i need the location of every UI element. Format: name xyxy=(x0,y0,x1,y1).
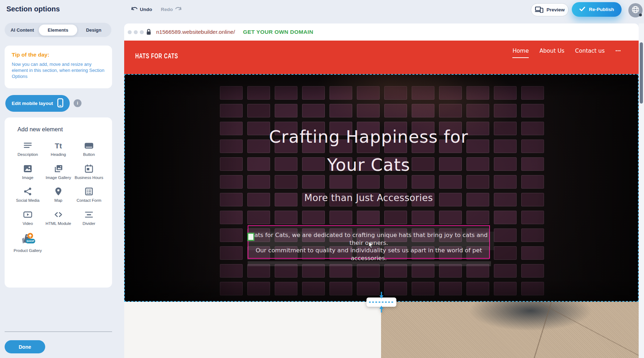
wall-tile xyxy=(220,228,243,242)
wall-tile xyxy=(494,246,517,260)
wall-tile xyxy=(466,104,489,117)
wall-tile xyxy=(412,104,434,117)
wall-tile xyxy=(329,104,352,117)
element-label: Map xyxy=(54,198,62,203)
wall-tile xyxy=(275,282,297,295)
done-button[interactable]: Done xyxy=(5,340,45,353)
browser-chrome: n1566589.websitebuilder.online/ GET YOUR… xyxy=(124,23,639,41)
redo-button[interactable]: Redo xyxy=(161,6,182,12)
address-bar-url[interactable]: n1566589.websitebuilder.online/ xyxy=(156,23,235,41)
wall-tile xyxy=(494,86,517,100)
site-header: HATS FOR CATS Home About Us Contact us ⋯ xyxy=(124,41,639,74)
wall-tile xyxy=(494,264,517,278)
get-your-own-domain-link[interactable]: GET YOUR OWN DOMAIN xyxy=(243,23,313,41)
wall-tile xyxy=(329,175,352,189)
tab-design[interactable]: Design xyxy=(77,25,110,36)
wall-tile xyxy=(302,104,325,117)
phone-icon xyxy=(57,98,63,109)
wall-tile xyxy=(384,104,407,117)
tip-of-the-day-card: Tip of the day: Now you can add, move an… xyxy=(5,46,112,88)
element-product-gallery[interactable]: SHOP Product Gallery xyxy=(13,232,42,253)
element-label: Divider xyxy=(83,221,95,226)
element-button[interactable]: Button xyxy=(74,140,104,157)
element-label: Description xyxy=(17,152,38,157)
site-nav: Home About Us Contact us ⋯ xyxy=(512,48,622,58)
divider-icon xyxy=(84,209,94,219)
republish-button[interactable]: Re-Publish xyxy=(572,2,622,17)
wall-tile xyxy=(247,282,270,295)
wall-tile xyxy=(521,175,544,189)
tip-body: Now you can add, move and resize any ele… xyxy=(12,61,105,79)
page-title: Section options xyxy=(6,5,60,13)
element-image[interactable]: Image xyxy=(13,163,42,180)
add-new-element-panel: Add new element Description Tt Heading B… xyxy=(5,117,112,288)
wall-tile xyxy=(494,175,517,189)
nav-more-icon[interactable]: ⋯ xyxy=(616,48,622,58)
browser-dot xyxy=(128,30,132,34)
element-label: Contact Form xyxy=(76,198,101,203)
resize-handle-left[interactable] xyxy=(247,233,254,241)
wall-tile xyxy=(220,211,243,224)
wall-tile xyxy=(439,282,462,295)
text-lines-icon xyxy=(23,140,32,150)
element-map[interactable]: Map xyxy=(44,186,73,203)
element-heading[interactable]: Tt Heading xyxy=(44,140,73,157)
hero-heading-line1: Crafting Happiness for xyxy=(125,127,612,147)
undo-button[interactable]: Undo xyxy=(131,6,152,12)
site-logo[interactable]: HATS FOR CATS xyxy=(135,52,178,60)
redo-icon xyxy=(175,6,182,12)
wall-tile xyxy=(329,211,352,224)
preview-button[interactable]: Preview xyxy=(531,3,569,16)
element-divider[interactable]: Divider xyxy=(74,209,104,226)
info-icon: i xyxy=(77,101,78,106)
element-social-media[interactable]: Social Media xyxy=(13,186,42,203)
image-icon xyxy=(23,163,32,173)
wall-tile xyxy=(302,211,325,224)
element-label: Product Gallery xyxy=(14,248,42,253)
wall-tile xyxy=(494,211,517,224)
section-resize-handle[interactable] xyxy=(364,291,399,313)
element-description[interactable]: Description xyxy=(13,140,42,157)
wall-tile xyxy=(302,175,325,189)
element-video[interactable]: Video xyxy=(13,209,42,226)
tab-elements[interactable]: Elements xyxy=(39,25,77,36)
element-html-module[interactable]: HTML Module xyxy=(44,209,73,226)
nav-contact-us[interactable]: Contact us xyxy=(575,48,605,58)
wall-tile xyxy=(521,211,544,224)
wall-tile xyxy=(329,86,352,100)
language-globe-button[interactable] xyxy=(628,3,643,17)
element-contact-form[interactable]: Contact Form xyxy=(74,186,104,203)
element-business-hours[interactable]: Business Hours xyxy=(74,163,104,180)
element-label: Social Media xyxy=(16,198,39,203)
wall-tile xyxy=(357,175,380,189)
wall-tile xyxy=(439,211,462,224)
preview-label: Preview xyxy=(547,7,565,12)
wall-tile xyxy=(466,211,489,224)
wall-tile xyxy=(384,86,407,100)
wall-tile xyxy=(220,175,243,189)
wall-tile xyxy=(275,86,297,100)
wall-tile xyxy=(220,104,243,117)
wall-tile xyxy=(275,211,297,224)
scrollbar-thumb[interactable] xyxy=(640,42,643,104)
wall-tile xyxy=(412,175,434,189)
wall-tile xyxy=(247,175,270,189)
nav-home[interactable]: Home xyxy=(512,48,529,58)
wall-tile xyxy=(521,264,544,278)
tab-ai-content[interactable]: AI Content xyxy=(6,25,39,36)
element-image-gallery[interactable]: Image Gallery xyxy=(44,163,73,180)
floor-photo-image xyxy=(381,302,639,358)
nav-about-us[interactable]: About Us xyxy=(539,48,564,58)
wall-tile xyxy=(302,86,325,100)
wall-tile xyxy=(220,282,243,295)
hero-section-selected[interactable]: Crafting Happiness for Your Cats More th… xyxy=(124,74,639,302)
wall-tile xyxy=(275,175,297,189)
calendar-icon xyxy=(84,163,94,173)
check-icon xyxy=(579,6,585,12)
wall-tile xyxy=(247,211,270,224)
edit-mobile-layout-button[interactable]: Edit mobile layout xyxy=(5,95,70,112)
browser-dot xyxy=(134,30,138,34)
info-button[interactable]: i xyxy=(74,99,81,107)
share-icon xyxy=(23,186,32,196)
globe-icon xyxy=(632,6,639,15)
